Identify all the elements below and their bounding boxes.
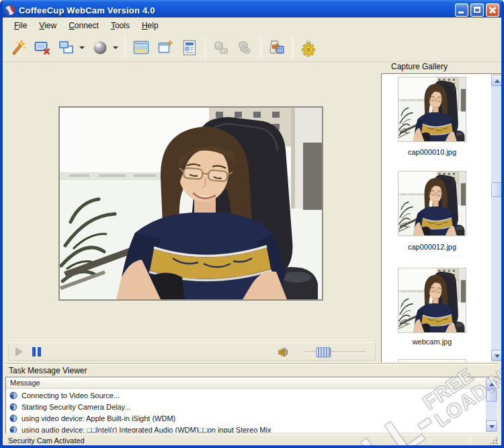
message-row[interactable]: using video device: Apple Built-in iSigh… <box>6 412 487 424</box>
message-info-icon <box>9 426 17 433</box>
message-panel: Message Connecting to Video Source... St… <box>5 377 499 433</box>
arrow-up-icon <box>489 383 495 386</box>
wizard-button[interactable] <box>6 36 30 59</box>
capture-gallery-label: Capture Gallery <box>391 62 448 71</box>
ftp-transfer-icon <box>268 39 286 57</box>
menu-bar: File View Connect Tools Help <box>3 17 501 34</box>
scroll-up-button[interactable] <box>486 378 497 389</box>
ftp-upload-button[interactable] <box>265 36 289 59</box>
scrollbar-thumb[interactable] <box>486 390 497 402</box>
speaker-button[interactable] <box>278 346 289 361</box>
message-scrollbar[interactable] <box>486 378 497 432</box>
task-message-viewer-header: Task Message Viewer <box>5 363 499 377</box>
gallery-item-filename: cap000010.jpg <box>383 148 481 156</box>
volume-slider-thumb[interactable] <box>316 347 331 357</box>
new-capture-button[interactable] <box>153 36 177 59</box>
menu-tools[interactable]: Tools <box>105 19 136 32</box>
menu-connect[interactable]: Connect <box>62 19 105 32</box>
window-layout-button[interactable] <box>54 36 79 59</box>
capture-gallery: cap000010.jpg cap000012.jpg webcam.jpg <box>381 73 504 363</box>
log-report-icon <box>181 39 198 57</box>
gallery-thumbnail-partial[interactable] <box>398 359 466 363</box>
toolbar-separator <box>292 37 293 59</box>
play-button[interactable] <box>15 347 23 357</box>
toolbar-separator <box>261 37 261 59</box>
menu-help[interactable]: Help <box>136 19 165 32</box>
settings-upload-button[interactable] <box>296 36 321 59</box>
record-ball-disabled-icon <box>212 39 230 57</box>
new-capture-window-icon <box>157 39 174 57</box>
app-icon <box>4 5 15 16</box>
maximize-icon <box>474 7 480 13</box>
close-button[interactable] <box>486 3 499 17</box>
minimize-button[interactable] <box>455 3 468 17</box>
toolbar <box>3 34 501 62</box>
status-text: Security Cam Activated <box>8 437 85 445</box>
record-roll-disabled-icon <box>237 39 254 57</box>
web-publish-button[interactable] <box>88 36 112 59</box>
gallery-thumbnail[interactable] <box>398 77 466 142</box>
upload-gear-icon <box>300 39 317 57</box>
speaker-icon <box>278 346 289 358</box>
image-window-icon <box>132 39 150 57</box>
gallery-thumbnail[interactable] <box>398 171 466 236</box>
chevron-down-icon[interactable] <box>79 46 85 49</box>
gallery-item-filename: webcam.jpg <box>383 338 481 346</box>
volume-slider[interactable] <box>304 351 366 353</box>
gallery-thumbnail[interactable] <box>398 268 466 333</box>
chevron-down-icon[interactable] <box>113 46 118 49</box>
arrow-down-icon <box>489 425 495 428</box>
webcam-preview <box>58 106 323 301</box>
app-window: CoffeeCup WebCam Version 4.0 File View C… <box>0 0 504 448</box>
message-info-icon <box>9 403 17 411</box>
minimize-icon <box>458 11 464 13</box>
message-row[interactable]: using audio device: □□Intel(r) Integrate… <box>6 424 487 433</box>
playback-bar <box>8 342 376 361</box>
message-row[interactable]: Connecting to Video Source... <box>6 389 487 401</box>
window-cascade-icon <box>58 39 75 57</box>
scroll-down-button[interactable] <box>491 350 503 361</box>
window-title: CoffeeCup WebCam Version 4.0 <box>19 5 155 15</box>
gallery-item-filename: cap000012.jpg <box>383 243 481 251</box>
scroll-down-button[interactable] <box>486 420 497 432</box>
magic-wand-icon <box>9 39 27 57</box>
menu-file[interactable]: File <box>8 19 33 32</box>
message-info-icon <box>9 414 17 422</box>
toolbar-separator <box>125 37 126 59</box>
log-report-button[interactable] <box>177 36 202 59</box>
status-divider <box>470 437 470 445</box>
arrow-up-icon <box>495 79 500 83</box>
maximize-button[interactable] <box>470 3 484 17</box>
pause-button[interactable] <box>32 347 41 357</box>
message-list: Connecting to Video Source... Starting S… <box>6 389 487 433</box>
image-viewer-button[interactable] <box>129 36 153 59</box>
scroll-up-button[interactable] <box>491 75 503 86</box>
record-roll-button-disabled <box>233 36 257 59</box>
record-button-disabled <box>209 36 233 59</box>
resize-grip[interactable] <box>489 436 498 445</box>
gallery-scrollbar[interactable] <box>491 75 503 361</box>
message-info-icon <box>9 391 17 400</box>
message-row[interactable]: Starting Security Camera Delay... <box>6 401 487 412</box>
video-disconnect-icon <box>34 39 51 57</box>
toolbar-separator <box>205 37 206 59</box>
message-column-header[interactable]: Message <box>6 377 487 389</box>
webcam-video-image <box>60 108 322 299</box>
status-bar: Security Cam Activated <box>5 435 499 445</box>
arrow-down-icon <box>495 354 500 358</box>
web-globe-icon <box>91 39 109 57</box>
menu-view[interactable]: View <box>33 19 62 32</box>
scrollbar-thumb[interactable] <box>491 182 503 197</box>
disconnect-video-button[interactable] <box>30 36 54 59</box>
